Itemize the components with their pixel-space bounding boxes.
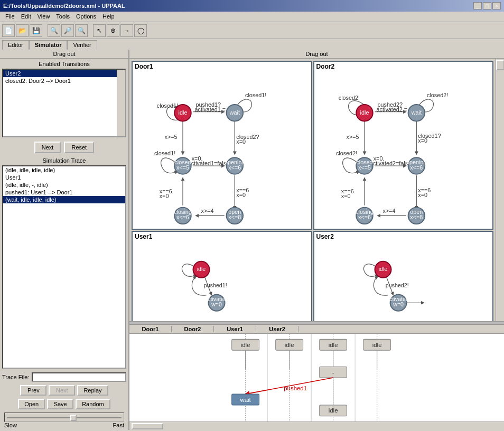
door2-wait-self-label: closed2! [427, 92, 448, 98]
speed-labels: Slow Fast [4, 422, 124, 428]
user1-svg: pushed1! idle !activated1 w=0 [133, 241, 311, 321]
user1-idle-lact-label: pushed1! [204, 282, 227, 288]
timeline-scrollbar-thumb[interactable] [132, 423, 163, 429]
maximize-btn[interactable]: □ [483, 2, 491, 10]
transition-item-0[interactable]: User2 [3, 70, 125, 77]
tabs-row: Editor Simulator Verifier [0, 39, 504, 50]
door1-closed-self-label: closed1! [154, 150, 175, 156]
user1-automaton: User1 pushed1! [132, 231, 312, 321]
tab-editor[interactable]: Editor [2, 40, 29, 50]
door2-closing-closed-label2: x=0 [341, 193, 350, 199]
toolbar-open[interactable]: 📂 [16, 24, 29, 37]
door2-closed-self-label: closed2! [335, 150, 357, 156]
toolbar-tool2[interactable]: ⊕ [107, 24, 119, 37]
door2-state-opening-label2: x<=6 [410, 164, 423, 171]
close-btn[interactable]: × [492, 2, 501, 10]
menu-tools[interactable]: Tools [53, 13, 73, 21]
trace-item-0[interactable]: (idle, idle, idle, idle) [3, 166, 125, 174]
prev-button[interactable]: Prev [20, 385, 46, 396]
next-button[interactable]: Next [34, 142, 61, 153]
toolbar-tool3[interactable]: → [120, 24, 133, 37]
prev-next-replay-row: Prev Next Replay [0, 383, 128, 397]
toolbar-zoom-in2[interactable]: 🔎 [61, 24, 74, 37]
tl-door1-idle-label: idle [241, 342, 250, 348]
reset-button[interactable]: Reset [64, 142, 94, 153]
timeline-col-door1: Door1 [129, 326, 172, 332]
toolbar-tool4[interactable]: ◯ [134, 24, 147, 37]
door1-automaton: Door1 closed1! pushed1? activated1 = tru… [132, 61, 312, 230]
user2-svg: pushed2! idle !activated2 w=0 [314, 241, 493, 321]
tl-door1-wait-label: wait [239, 397, 251, 403]
trace-item-4[interactable]: (wait, idle, idle, idle) [3, 196, 125, 203]
user1-state-idle-label: idle [197, 266, 206, 272]
menu-help[interactable]: Help [99, 13, 118, 21]
tab-verifier[interactable]: Verifier [67, 40, 97, 50]
door1-open-closing-label: x>=4 [201, 208, 213, 214]
trace-item-2[interactable]: (idle, idle, -, idle) [3, 181, 125, 189]
trace-listbox[interactable]: (idle, idle, idle, idle) User1 (idle, id… [2, 165, 126, 369]
toolbar: 📄 📂 💾 🔍 🔎 🔍 ↖ ⊕ → ◯ [0, 22, 504, 39]
simulation-trace-label: Simulation Trace [2, 157, 126, 164]
transitions-scrollbar[interactable] [117, 70, 125, 136]
tl-user1-idle2-label: idle [329, 407, 338, 414]
door1-closing-closed-label2: x=0 [160, 193, 169, 199]
user2-state-lact-label2: w=0 [393, 301, 404, 307]
door1-idle-self-label: closed1! [157, 102, 178, 109]
drag-out-bar[interactable]: Drag out [0, 50, 128, 59]
slider-track [7, 417, 122, 418]
tab-simulator[interactable]: Simulator [29, 40, 68, 50]
timeline-area: Door1 Door2 User1 User2 [129, 324, 504, 430]
next-button2[interactable]: Next [49, 385, 75, 396]
window-title: E:/Tools/Uppaal/demo/2doors.xml - UPPAAL [3, 3, 125, 9]
door2-state-idle-label: idle [360, 109, 369, 116]
diagram-scroll-area: Door1 closed1! pushed1? activated1 = tru… [129, 59, 504, 321]
tl-pushed1-label: pushed1 [284, 385, 307, 391]
diagram-scrollbar-v[interactable] [496, 59, 504, 321]
replay-button[interactable]: Replay [77, 385, 108, 396]
minimize-btn[interactable]: _ [473, 2, 482, 10]
timeline-scrollbar-h[interactable] [129, 421, 504, 430]
door2-wait-opening-label2: x=0 [418, 137, 427, 144]
door1-idle-closed-label: x>=5 [165, 134, 178, 140]
menu-edit[interactable]: Edit [18, 13, 34, 21]
title-bar-buttons: _ □ × [473, 2, 501, 10]
door2-svg: closed2! pushed2? activated2 = true clos… [314, 71, 493, 227]
door2-state-wait-label: wait [410, 109, 421, 116]
menu-bar: File Edit View Tools Options Help [0, 12, 504, 22]
toolbar-select[interactable]: ↖ [93, 24, 106, 37]
user2-state-idle-label: idle [378, 266, 387, 272]
trace-file-label: Trace File: [2, 374, 30, 380]
tl-user1-idle-label: idle [329, 342, 338, 348]
trace-item-3[interactable]: pushed1: User1 --> Door1 [3, 189, 125, 196]
toolbar-save[interactable]: 💾 [30, 24, 42, 37]
toolbar-zoom-in[interactable]: 🔍 [48, 24, 60, 37]
menu-view[interactable]: View [34, 13, 53, 21]
toolbar-zoom-out[interactable]: 🔍 [75, 24, 88, 37]
trace-item-1[interactable]: User1 [3, 174, 125, 181]
door1-state-wait-label: wait [229, 109, 240, 116]
slider-thumb[interactable] [70, 415, 77, 421]
transitions-listbox[interactable]: User2 closed2: Door2 --> Door1 [2, 69, 126, 137]
menu-options[interactable]: Options [73, 13, 99, 21]
transition-item-1[interactable]: closed2: Door2 --> Door1 [3, 77, 125, 85]
right-area: Drag out Door1 closed1! pushed1? activat [129, 50, 504, 430]
user1-title: User1 [133, 232, 311, 241]
toolbar-new[interactable]: 📄 [2, 24, 15, 37]
timeline-body: idle idle idle idle [129, 334, 504, 421]
save-button[interactable]: Save [47, 399, 73, 409]
user2-automaton: User2 pushed2! [313, 231, 494, 321]
user1-state-lact-label2: w=0 [211, 301, 222, 307]
scrollbar-thumb[interactable] [496, 60, 504, 70]
door2-title: Door2 [314, 62, 493, 71]
menu-file[interactable]: File [2, 13, 18, 21]
trace-file-input[interactable] [32, 372, 126, 382]
enabled-transitions-section: Enabled Transitions User2 closed2: Door2… [0, 59, 128, 139]
open-button[interactable]: Open [18, 399, 45, 409]
right-drag-out[interactable]: Drag out [129, 50, 504, 59]
random-button[interactable]: Random [76, 399, 110, 409]
timeline-col-user1: User1 [214, 326, 256, 332]
door1-opening-open-label2: x=0 [236, 192, 246, 198]
left-panel: Drag out Enabled Transitions User2 close… [0, 50, 129, 430]
speed-slider[interactable] [4, 413, 124, 422]
door2-closed-opening-label2: activated2=false [369, 160, 410, 166]
